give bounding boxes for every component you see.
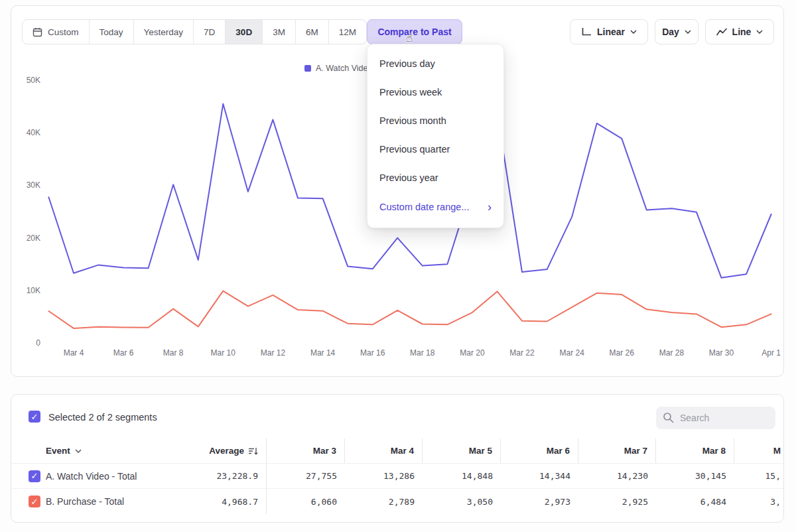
column-header-mar-6[interactable]: Mar 6 xyxy=(501,438,578,463)
range-label: Today xyxy=(100,27,123,37)
cell-value-partial: 15, xyxy=(734,471,783,481)
range-7d[interactable]: 7D xyxy=(193,20,225,44)
range-today[interactable]: Today xyxy=(89,20,133,44)
menu-item-previous-quarter[interactable]: Previous quarter xyxy=(367,135,503,164)
range-label: Yesterday xyxy=(144,27,184,37)
svg-text:Mar 6: Mar 6 xyxy=(113,348,134,358)
range-label: Custom xyxy=(48,27,79,37)
column-header-mar-8[interactable]: Mar 8 xyxy=(656,438,734,463)
row-checkbox-watch-video[interactable]: ✓ xyxy=(29,470,40,482)
calendar-icon xyxy=(33,27,42,37)
cell-value: 6,060 xyxy=(267,497,345,507)
cell-value: 2,973 xyxy=(501,497,578,507)
cell-value: 27,755 xyxy=(267,471,345,481)
column-header-mar-7[interactable]: Mar 7 xyxy=(578,438,656,463)
cell-value: 30,145 xyxy=(656,471,734,481)
range-label: 30D xyxy=(235,27,252,37)
menu-item-previous-month[interactable]: Previous month xyxy=(367,107,503,135)
column-header-mar-4[interactable]: Mar 4 xyxy=(345,438,423,463)
cell-value: 2,789 xyxy=(345,497,423,507)
segments-table: Event Average Mar 3 Mar 4 Mar 5 Mar 6 Ma… xyxy=(11,438,783,514)
svg-text:30K: 30K xyxy=(27,180,40,190)
row-checkbox-cell: ✓ xyxy=(11,470,46,482)
column-header-average[interactable]: Average xyxy=(189,438,267,463)
button-label: Day xyxy=(662,27,679,37)
compare-to-past-menu: Previous day Previous week Previous mont… xyxy=(367,44,504,228)
select-all-checkbox[interactable]: ✓ xyxy=(29,411,40,423)
check-icon: ✓ xyxy=(31,413,38,421)
linear-scale-button[interactable]: Linear xyxy=(570,19,648,44)
event-label: A. Watch Video - Total xyxy=(46,471,189,482)
column-header-event[interactable]: Event xyxy=(46,446,189,456)
menu-item-previous-year[interactable]: Previous year xyxy=(367,164,503,192)
interval-day-button[interactable]: Day xyxy=(655,19,698,44)
svg-text:0: 0 xyxy=(36,338,40,348)
range-6m[interactable]: 6M xyxy=(295,20,328,44)
search-icon xyxy=(663,412,674,423)
range-30d[interactable]: 30D xyxy=(225,20,262,44)
cell-value: 14,344 xyxy=(501,471,578,481)
menu-item-custom-date-range[interactable]: Custom date range... › xyxy=(367,192,503,221)
svg-text:40K: 40K xyxy=(27,128,40,137)
svg-text:Mar 16: Mar 16 xyxy=(360,348,385,358)
cell-value: 14,848 xyxy=(423,471,501,481)
chart-type-line-button[interactable]: Line xyxy=(705,19,774,44)
cell-value: 13,286 xyxy=(345,471,423,481)
svg-text:Mar 22: Mar 22 xyxy=(509,348,535,358)
range-label: 6M xyxy=(306,27,318,37)
svg-text:Mar 30: Mar 30 xyxy=(709,348,734,358)
chevron-down-icon xyxy=(630,30,637,34)
range-custom[interactable]: Custom xyxy=(23,20,89,44)
cell-value: 6,484 xyxy=(656,497,734,507)
menu-item-previous-week[interactable]: Previous week xyxy=(367,78,503,107)
svg-text:Apr 1: Apr 1 xyxy=(762,348,781,358)
svg-text:Mar 12: Mar 12 xyxy=(261,348,286,358)
cell-value: 14,230 xyxy=(578,471,656,481)
range-12m[interactable]: 12M xyxy=(328,20,366,44)
svg-text:20K: 20K xyxy=(27,233,40,243)
range-3m[interactable]: 3M xyxy=(262,20,295,44)
column-header-label: Average xyxy=(209,446,244,456)
legend-swatch-watch-video xyxy=(304,65,311,72)
cell-value-partial: 3, xyxy=(734,497,783,507)
column-header-mar-3[interactable]: Mar 3 xyxy=(267,438,345,463)
axis-icon xyxy=(581,27,592,36)
svg-text:Mar 8: Mar 8 xyxy=(163,348,184,358)
chevron-down-icon xyxy=(685,30,691,34)
svg-text:Mar 18: Mar 18 xyxy=(410,348,435,358)
chevron-down-icon xyxy=(756,30,763,34)
table-header-row: Event Average Mar 3 Mar 4 Mar 5 Mar 6 Ma… xyxy=(11,438,783,464)
range-label: 3M xyxy=(273,27,285,37)
search-input[interactable] xyxy=(656,407,775,429)
menu-item-previous-day[interactable]: Previous day xyxy=(367,50,503,78)
svg-text:Mar 26: Mar 26 xyxy=(610,348,635,358)
column-header-label: Event xyxy=(46,446,70,456)
cell-average: 23,228.9 xyxy=(189,464,267,488)
search-box xyxy=(656,407,775,429)
date-range-group: Custom Today Yesterday 7D 30D 3M 6M 12M xyxy=(22,19,367,44)
event-label: B. Purchase - Total xyxy=(46,496,189,507)
cell-value: 2,925 xyxy=(578,497,656,507)
table-row-watch-video[interactable]: ✓ A. Watch Video - Total 23,228.9 27,755… xyxy=(11,464,783,489)
range-label: 7D xyxy=(204,27,215,37)
row-checkbox-cell: ✓ xyxy=(11,496,46,507)
chevron-right-icon: › xyxy=(488,201,492,213)
table-row-purchase[interactable]: ✓ B. Purchase - Total 4,968.7 6,060 2,78… xyxy=(11,489,783,514)
chevron-down-icon xyxy=(75,449,82,453)
cell-average: 4,968.7 xyxy=(189,489,267,514)
button-label: Line xyxy=(732,27,752,37)
sort-icon xyxy=(248,446,258,456)
column-header-mar-5[interactable]: Mar 5 xyxy=(423,438,501,463)
row-checkbox-purchase[interactable]: ✓ xyxy=(29,496,40,507)
menu-item-label: Custom date range... xyxy=(379,202,469,212)
compare-to-past-button[interactable]: Compare to Past xyxy=(367,19,462,44)
button-label: Linear xyxy=(597,27,625,37)
svg-text:Mar 10: Mar 10 xyxy=(211,348,236,358)
svg-text:Mar 14: Mar 14 xyxy=(310,348,336,358)
segments-card: ✓ Selected 2 of 2 segments Event Average… xyxy=(11,394,784,523)
svg-text:50K: 50K xyxy=(27,76,40,85)
svg-text:Mar 20: Mar 20 xyxy=(460,348,485,358)
line-chart-icon xyxy=(716,28,727,36)
range-yesterday[interactable]: Yesterday xyxy=(133,20,194,44)
analytics-page: Custom Today Yesterday 7D 30D 3M 6M 12M … xyxy=(0,0,796,532)
